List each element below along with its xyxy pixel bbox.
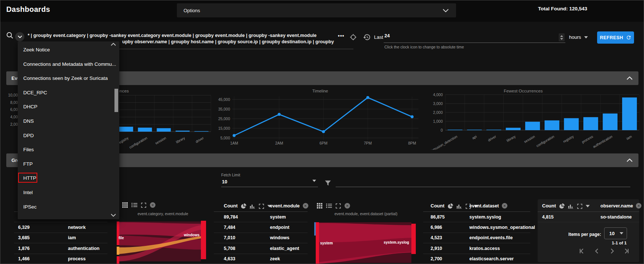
maximize-icon[interactable] (141, 203, 146, 208)
fetch-limit-label: Fetch Limit (221, 173, 240, 177)
svg-text:15,000: 15,000 (218, 126, 230, 131)
count-column-header[interactable]: Count (224, 203, 238, 209)
svg-text:5,000: 5,000 (220, 136, 230, 140)
count-column-header[interactable]: Count (431, 203, 445, 209)
table-header: Count event.module ✕ (214, 200, 308, 212)
prev-page-icon[interactable] (594, 248, 600, 254)
first-page-icon[interactable] (579, 248, 586, 254)
query-input-line1[interactable]: * | groupby event.category | groupby -sa… (28, 33, 316, 38)
dropdown-item-files[interactable]: Files (23, 146, 34, 153)
time-helper-text: Click the clock icon to change to absolu… (384, 45, 464, 49)
number-spinner[interactable] (559, 33, 565, 41)
time-unit-select[interactable]: hours (569, 34, 588, 40)
table-view-icon[interactable] (317, 203, 322, 209)
remove-groupby-icon[interactable]: ✕ (636, 203, 641, 209)
list-view-icon[interactable] (326, 203, 332, 208)
remove-groupby-icon[interactable]: ✕ (150, 202, 155, 208)
pie-chart-icon[interactable] (559, 203, 565, 209)
dropdown-item-connections-and-metadata-with-commu[interactable]: Connections and Metadata with Commu... (23, 61, 116, 68)
fetch-limit-select[interactable]: 10 (222, 179, 227, 185)
dropdown-item-zeek-notice[interactable]: Zeek Notice (23, 46, 50, 54)
table-row[interactable]: 86,875 system.syslog (423, 212, 530, 222)
dropdown-item-connections-seen-by-zeek-or-suricata[interactable]: Connections seen by Zeek or Suricata (23, 75, 108, 82)
table-row[interactable]: 7,484 endpoint (214, 222, 308, 233)
chevron-down-icon (620, 232, 623, 234)
table-row[interactable]: 1,876 authentication (14, 243, 107, 254)
time-input-underline (384, 43, 565, 43)
svg-text:process: process (581, 134, 594, 144)
chevron-down-icon[interactable] (586, 205, 590, 207)
refresh-icon (626, 35, 631, 40)
clock-history-icon[interactable] (363, 33, 371, 43)
dropdown-item-dns[interactable]: DNS (23, 118, 34, 125)
crosshair-icon[interactable] (350, 34, 357, 42)
count-column-header[interactable]: Count (542, 203, 556, 209)
dropdown-item-dhcp[interactable]: DHCP (23, 103, 37, 111)
dropdown-item-ipsec[interactable]: IPSec (23, 203, 37, 211)
dropdown-item-intel[interactable]: Intel (23, 189, 33, 196)
groupby-field-label[interactable]: event.dataset (469, 203, 499, 209)
items-per-page-select[interactable]: 10 (604, 227, 627, 239)
maximize-icon[interactable] (259, 204, 264, 209)
table-row[interactable]: 5,708 elastic_agent (214, 243, 308, 254)
table-row[interactable]: 3,685 iam (14, 233, 107, 243)
filter-input-underline[interactable] (336, 187, 630, 187)
chevron-up-icon[interactable] (627, 77, 633, 80)
table-row[interactable]: 2,910 kratos.access (423, 243, 530, 254)
svg-text:35,000: 35,000 (218, 107, 230, 111)
groupby-field-label[interactable]: event.module (270, 203, 300, 209)
more-options-icon[interactable]: ••• (338, 33, 345, 39)
table-row[interactable]: 4,633 zeek (214, 254, 308, 264)
table-row[interactable]: 7,010 windows (214, 233, 308, 243)
maximize-icon[interactable] (577, 204, 582, 209)
groupby-field-label[interactable]: observer.name (600, 203, 633, 209)
table-row[interactable]: 1,466 process (14, 254, 107, 264)
scrollbar-thumb[interactable] (114, 89, 118, 112)
last-page-icon[interactable] (623, 248, 629, 254)
chevron-down-icon[interactable] (443, 9, 449, 12)
table-row[interactable]: 89,784 system (214, 212, 308, 222)
dropdown-item-irc[interactable]: IRC (23, 217, 32, 219)
table-row[interactable]: 4,523 endpoint.events.file (423, 233, 530, 243)
maximize-icon[interactable] (336, 203, 341, 209)
line-chart-plot[interactable]: 45,000 35,000 25,000 15,000 5,0001AM2AM6… (217, 88, 424, 150)
chevron-up-icon[interactable] (627, 159, 633, 162)
remove-groupby-icon[interactable]: ✕ (345, 203, 350, 209)
bar-chart-icon[interactable] (250, 203, 256, 209)
query-presets-toggle[interactable] (15, 32, 24, 41)
items-per-page-value: 10 (609, 231, 614, 236)
svg-text:session: session (523, 134, 535, 144)
bar-chart-icon[interactable] (456, 203, 462, 209)
dropdown-item-dce-rpc[interactable]: DCE_RPC (23, 89, 47, 97)
dropdown-item-ftp[interactable]: FTP (23, 160, 33, 168)
remove-groupby-icon[interactable]: ✕ (303, 203, 308, 209)
scroll-down-icon[interactable] (111, 214, 116, 217)
bar-chart-icon[interactable] (568, 203, 574, 209)
chevron-down-icon[interactable] (312, 182, 316, 189)
dropdown-item-dpd[interactable]: DPD (23, 132, 34, 139)
total-found-label: Total Found: (538, 6, 568, 11)
sankey-diagram-category-module[interactable] (117, 219, 208, 264)
bar-chart-plot[interactable]: 4,000 3,000 2,000 1,000 0 intrusion_dete… (405, 88, 641, 150)
pie-chart-icon[interactable] (448, 203, 453, 209)
chart-timeline[interactable]: Timeline 45,000 35,000 25,000 15,000 5,0… (217, 88, 424, 150)
svg-text:2,000: 2,000 (433, 110, 443, 115)
remove-groupby-icon[interactable]: ✕ (502, 203, 507, 209)
scroll-up-icon[interactable] (111, 43, 116, 46)
filter-funnel-icon[interactable] (325, 180, 331, 188)
pie-chart-icon[interactable] (241, 203, 246, 209)
table-row[interactable]: 2,700 elasticsearch.server (423, 254, 530, 264)
list-view-icon[interactable] (131, 203, 137, 207)
groupby-table-event-dataset: Count event.dataset ✕ 86,875 system.sysl… (423, 200, 530, 264)
table-row[interactable]: 6,986 windows.sysmon_operational (423, 222, 530, 233)
time-amount-input[interactable] (384, 33, 554, 38)
search-icon (6, 32, 13, 40)
options-dropdown[interactable]: Options (177, 3, 456, 17)
chart-fewest-occurrences[interactable]: Fewest Occurrences 4,000 3,000 2,000 1,0… (405, 88, 641, 150)
table-view-icon[interactable] (122, 202, 128, 208)
next-page-icon[interactable] (609, 248, 615, 254)
table-row[interactable]: 6,329 network (14, 222, 107, 233)
table-row[interactable]: 4,815 so-standalone (538, 212, 639, 222)
query-input-line2[interactable]: upby observer.name | groupby host.name |… (122, 39, 334, 44)
refresh-button[interactable]: REFRESH (597, 31, 634, 44)
